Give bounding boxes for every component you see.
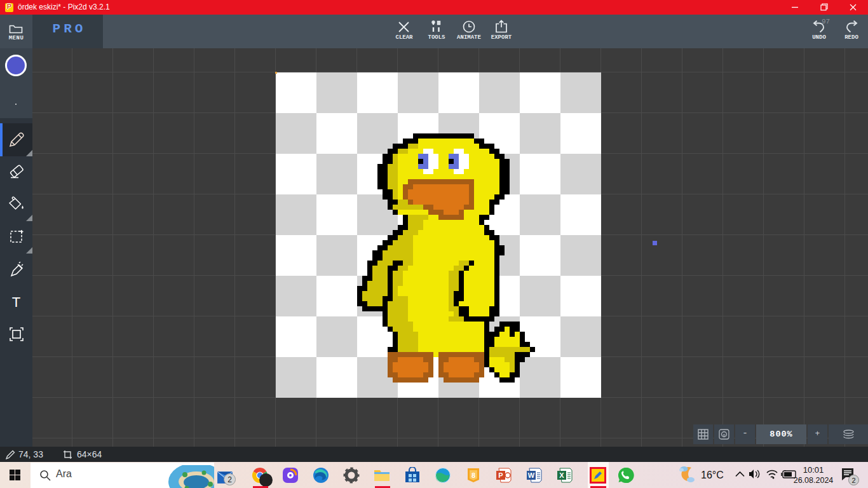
- svg-text:8: 8: [471, 471, 475, 479]
- svg-text:P: P: [498, 471, 503, 479]
- svg-text:X: X: [559, 471, 564, 479]
- svg-text:W: W: [528, 471, 535, 479]
